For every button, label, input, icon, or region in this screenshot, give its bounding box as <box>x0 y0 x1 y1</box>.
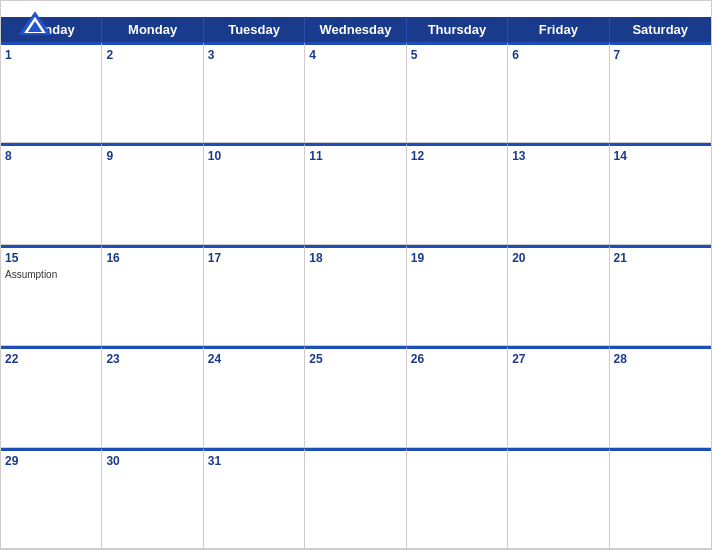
cal-cell: 27 <box>508 346 609 447</box>
date-number: 6 <box>512 47 604 64</box>
date-number: 23 <box>106 351 198 368</box>
date-number: 12 <box>411 148 503 165</box>
date-number: 24 <box>208 351 300 368</box>
cal-cell: 15Assumption <box>1 245 102 346</box>
cal-cell: 4 <box>305 42 406 143</box>
date-number: 31 <box>208 453 300 470</box>
cal-cell: 13 <box>508 143 609 244</box>
date-number: 21 <box>614 250 707 267</box>
date-number: 10 <box>208 148 300 165</box>
date-number: 9 <box>106 148 198 165</box>
event-label: Assumption <box>5 269 97 280</box>
cal-cell: 28 <box>610 346 711 447</box>
day-header-monday: Monday <box>102 17 203 42</box>
cal-cell: 24 <box>204 346 305 447</box>
cal-cell: 10 <box>204 143 305 244</box>
cal-cell <box>610 448 711 549</box>
date-number: 4 <box>309 47 401 64</box>
cal-cell: 29 <box>1 448 102 549</box>
cal-cell: 6 <box>508 42 609 143</box>
date-number: 2 <box>106 47 198 64</box>
day-header-wednesday: Wednesday <box>305 17 406 42</box>
date-number: 11 <box>309 148 401 165</box>
date-number: 8 <box>5 148 97 165</box>
cal-cell: 22 <box>1 346 102 447</box>
day-header-thursday: Thursday <box>407 17 508 42</box>
date-number: 5 <box>411 47 503 64</box>
cal-cell <box>305 448 406 549</box>
calendar-grid: 123456789101112131415Assumption161718192… <box>1 42 711 549</box>
cal-cell: 31 <box>204 448 305 549</box>
date-number: 22 <box>5 351 97 368</box>
cal-cell: 1 <box>1 42 102 143</box>
cal-cell: 2 <box>102 42 203 143</box>
date-number: 16 <box>106 250 198 267</box>
date-number: 30 <box>106 453 198 470</box>
date-number: 29 <box>5 453 97 470</box>
calendar-header <box>1 1 711 17</box>
cal-cell: 11 <box>305 143 406 244</box>
date-number: 18 <box>309 250 401 267</box>
cal-cell: 25 <box>305 346 406 447</box>
cal-cell <box>407 448 508 549</box>
day-header-friday: Friday <box>508 17 609 42</box>
cal-cell: 21 <box>610 245 711 346</box>
cal-cell: 9 <box>102 143 203 244</box>
cal-cell: 20 <box>508 245 609 346</box>
date-number: 13 <box>512 148 604 165</box>
cal-cell: 7 <box>610 42 711 143</box>
days-header: SundayMondayTuesdayWednesdayThursdayFrid… <box>1 17 711 42</box>
date-number: 3 <box>208 47 300 64</box>
date-number: 26 <box>411 351 503 368</box>
day-header-tuesday: Tuesday <box>204 17 305 42</box>
cal-cell: 19 <box>407 245 508 346</box>
logo <box>17 9 53 37</box>
logo-icon <box>17 9 53 37</box>
date-number: 1 <box>5 47 97 64</box>
cal-cell: 14 <box>610 143 711 244</box>
cal-cell: 30 <box>102 448 203 549</box>
cal-cell: 12 <box>407 143 508 244</box>
cal-cell: 5 <box>407 42 508 143</box>
date-number: 25 <box>309 351 401 368</box>
date-number: 17 <box>208 250 300 267</box>
cal-cell: 8 <box>1 143 102 244</box>
date-number: 14 <box>614 148 707 165</box>
date-number: 7 <box>614 47 707 64</box>
date-number: 15 <box>5 250 97 267</box>
cal-cell: 23 <box>102 346 203 447</box>
cal-cell <box>508 448 609 549</box>
date-number: 20 <box>512 250 604 267</box>
day-header-saturday: Saturday <box>610 17 711 42</box>
date-number: 28 <box>614 351 707 368</box>
cal-cell: 26 <box>407 346 508 447</box>
calendar: SundayMondayTuesdayWednesdayThursdayFrid… <box>0 0 712 550</box>
cal-cell: 17 <box>204 245 305 346</box>
date-number: 19 <box>411 250 503 267</box>
cal-cell: 16 <box>102 245 203 346</box>
cal-cell: 18 <box>305 245 406 346</box>
date-number: 27 <box>512 351 604 368</box>
cal-cell: 3 <box>204 42 305 143</box>
